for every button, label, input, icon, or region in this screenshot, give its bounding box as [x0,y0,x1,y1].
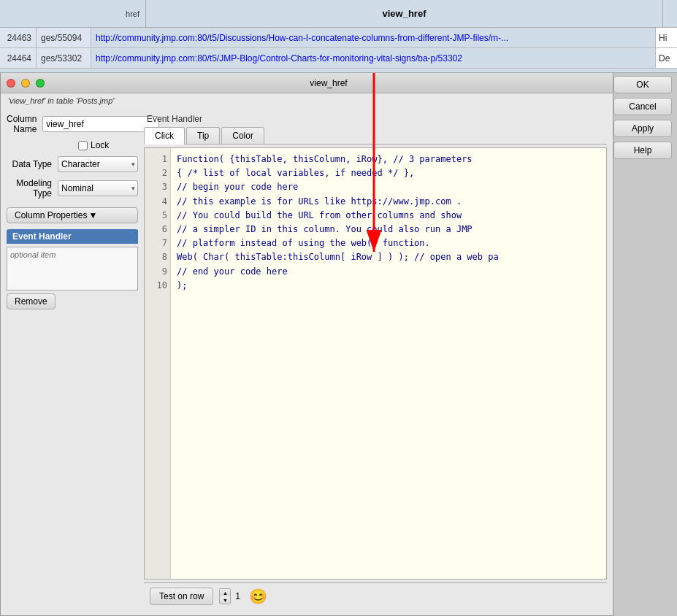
emoji-icon: 😊 [249,588,267,605]
right-spacer [662,0,677,27]
data-type-row: Data Type Character Numeric Row State Ex… [7,156,138,172]
lock-label: Lock [91,140,109,150]
data-type-label: Data Type [7,159,52,169]
dialog-titlebar: view_href [1,73,613,93]
column-name-input[interactable] [42,116,159,132]
row-id: ges/53302 [37,48,91,68]
data-type-select-wrapper: Character Numeric Row State Expression ▾ [58,156,138,172]
right-buttons-panel: OK Cancel Apply Help [613,73,672,616]
line-number: 9 [148,265,167,279]
test-on-row-button[interactable]: Test on row [150,588,213,605]
line-number: 4 [148,195,167,209]
dialog-subtitle: 'view_href' in table 'Posts.jmp' [1,93,613,108]
event-handler-title: Event Handler [144,114,607,124]
line-number: 7 [148,236,167,250]
line-number: 6 [148,223,167,236]
stepper-arrows[interactable]: ▲ ▼ [219,588,231,604]
event-handler-list[interactable]: optional item [7,247,138,290]
column-properties-label: Column Properties [15,210,87,220]
row-id: ges/55094 [37,28,91,47]
event-handler-label: Event Handler [7,229,138,244]
column-properties-arrow-icon: ▼ [88,210,97,220]
modeling-type-select[interactable]: Nominal Ordinal Continuous [58,180,138,196]
lock-checkbox[interactable] [78,141,88,150]
table-row: 24464 ges/53302 http://community.jmp.com… [0,48,677,69]
apply-button[interactable]: Apply [613,120,672,137]
left-panel: Column Name Lock Data Type Character Num… [7,114,138,609]
column-name-row: Column Name [7,114,138,134]
line-number: 1 [148,153,167,166]
data-type-select[interactable]: Character Numeric Row State Expression [58,156,138,172]
dialog-title: view_href [50,78,607,88]
row-desc: De [655,48,677,68]
modeling-type-label: Modeling Type [7,178,52,199]
line-number: 10 [148,279,167,293]
modeling-type-select-wrapper: Nominal Ordinal Continuous ▾ [58,180,138,196]
row-number-value: 1 [232,591,243,601]
row-num: 24463 [0,28,37,47]
line-number: 5 [148,209,167,223]
event-handler-item: optional item [10,250,134,259]
column-properties-button[interactable]: Column Properties ▼ [7,207,138,223]
help-button[interactable]: Help [613,142,672,159]
row-desc: Hi [655,28,677,47]
maximize-icon[interactable] [36,79,45,88]
stepper-up-button[interactable]: ▲ [220,589,230,596]
column-name-label: Column Name [7,114,37,134]
tab-color[interactable]: Color [221,127,264,144]
dialog-footer: Test on row ▲ ▼ 1 😊 [144,582,607,609]
row-link[interactable]: http://community.jmp.com:80/t5/Discussio… [91,28,655,47]
line-number: 8 [148,250,167,264]
modeling-type-row: Modeling Type Nominal Ordinal Continuous… [7,178,138,199]
lock-row: Lock [78,140,138,150]
row-num: 24464 [0,48,37,68]
close-icon[interactable] [7,79,15,88]
code-editor: 1 2 3 4 5 6 7 8 9 10 Function( {thisTabl… [144,147,607,580]
line-number: 3 [148,180,167,194]
column-title: view_href [146,8,662,19]
event-handler-section: Event Handler optional item Remove [7,229,138,309]
minimize-icon[interactable] [21,79,30,88]
table-row: 24463 ges/55094 http://community.jmp.com… [0,28,677,48]
left-column-header: href [0,0,146,27]
line-numbers: 1 2 3 4 5 6 7 8 9 10 [145,148,171,579]
tab-click[interactable]: Click [144,127,185,145]
remove-button[interactable]: Remove [7,293,56,309]
row-link[interactable]: http://community.jmp.com:80/t5/JMP-Blog/… [91,48,655,68]
ok-button[interactable]: OK [613,76,672,93]
right-panel: Event Handler Click Tip Color 1 2 3 4 5 … [144,114,607,609]
code-content[interactable]: Function( {thisTable, thisColumn, iRow},… [171,148,606,579]
stepper-down-button[interactable]: ▼ [220,596,230,604]
data-rows: 24463 ges/55094 http://community.jmp.com… [0,28,677,72]
row-stepper: ▲ ▼ 1 [219,588,243,604]
code-tabs: Click Tip Color [144,127,607,145]
cancel-button[interactable]: Cancel [613,98,672,115]
line-number: 2 [148,166,167,180]
tab-tip[interactable]: Tip [186,127,220,144]
